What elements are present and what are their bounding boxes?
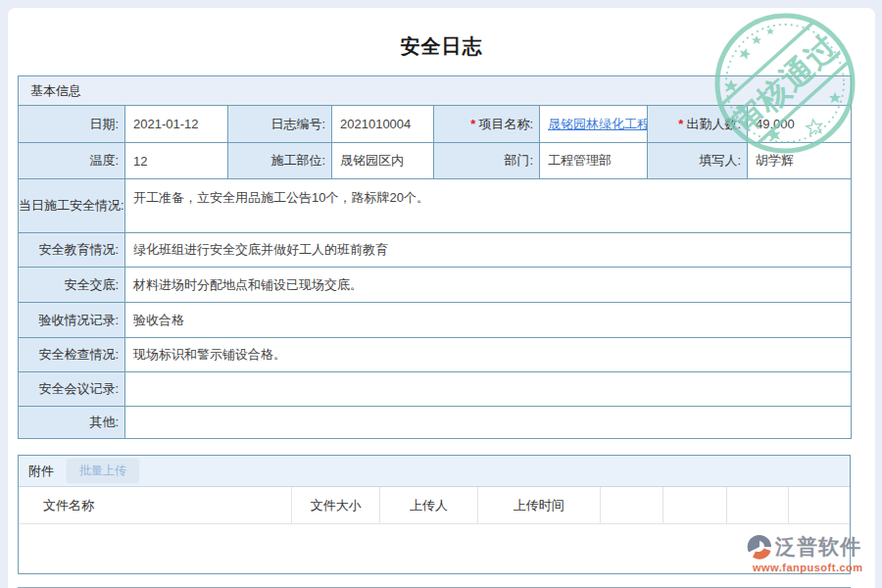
writer-label: 填写人: xyxy=(648,143,748,179)
safety-disclosure-label: 安全交底: xyxy=(19,268,125,303)
temperature-label: 温度: xyxy=(19,143,125,179)
project-name-cell: 晟铭园林绿化工程 xyxy=(540,106,648,143)
attachments-section: 附件 批量上传 文件名称 文件大小 上传人 上传时间 xyxy=(18,455,851,574)
project-name-label: *项目名称: xyxy=(434,106,540,143)
attachments-label: 附件 xyxy=(28,463,54,480)
safety-meeting-value xyxy=(125,372,852,407)
acceptance-record-value: 验收合格 xyxy=(125,303,852,338)
page-title: 安全日志 xyxy=(8,8,875,60)
column-header-empty xyxy=(601,487,664,523)
construction-site-label: 施工部位: xyxy=(228,143,332,179)
department-value: 工程管理部 xyxy=(540,143,648,179)
log-number-value: 2021010004 xyxy=(332,106,434,143)
required-marker: * xyxy=(470,117,475,131)
attachments-toolbar: 附件 批量上传 xyxy=(19,456,850,487)
writer-value: 胡学辉 xyxy=(748,143,852,179)
other-value xyxy=(125,407,852,439)
department-label: 部门: xyxy=(434,143,540,179)
date-value: 2021-01-12 xyxy=(125,106,228,143)
safety-inspection-label: 安全检查情况: xyxy=(19,338,125,372)
log-number-label: 日志编号: xyxy=(228,106,332,143)
brand-watermark: 泛普软件 www.fanpusoft.com xyxy=(747,533,863,573)
basic-info-table: 基本信息 日期: 2021-01-12 日志编号: 2021010004 *项目… xyxy=(18,75,852,439)
brand-logo-icon xyxy=(747,534,772,560)
safety-education-label: 安全教育情况: xyxy=(19,233,125,268)
column-header-upload-time: 上传时间 xyxy=(478,487,601,523)
column-header-file-size: 文件大小 xyxy=(292,487,380,523)
attachments-empty-row xyxy=(19,524,850,573)
column-header-empty xyxy=(727,487,789,523)
required-marker: * xyxy=(678,117,683,131)
column-header-file-name: 文件名称 xyxy=(19,487,292,523)
brand-url: www.fanpusoft.com xyxy=(753,562,863,573)
attendance-value: 49.000 xyxy=(748,106,852,143)
project-name-link[interactable]: 晟铭园林绿化工程 xyxy=(548,117,648,131)
safety-disclosure-value: 材料进场时分配地点和铺设已现场交底。 xyxy=(125,268,852,303)
attachments-table-header: 文件名称 文件大小 上传人 上传时间 xyxy=(19,487,850,524)
safety-education-value: 绿化班组进行安全交底并做好工人的班前教育 xyxy=(125,233,852,268)
brand-name: 泛普软件 xyxy=(775,533,861,561)
safety-log-page: 安全日志 基本信息 日期: 2021-01-12 日志编号: 202101000… xyxy=(0,0,882,588)
temperature-value: 12 xyxy=(125,143,228,179)
date-label: 日期: xyxy=(19,106,125,143)
construction-site-value: 晟铭园区内 xyxy=(332,143,434,179)
content-card: 安全日志 基本信息 日期: 2021-01-12 日志编号: 202101000… xyxy=(8,8,875,588)
basic-info-section-header: 基本信息 xyxy=(19,76,852,106)
other-label: 其他: xyxy=(19,407,125,439)
safety-meeting-label: 安全会议记录: xyxy=(19,372,125,407)
column-header-empty xyxy=(663,487,727,523)
safety-inspection-value: 现场标识和警示铺设合格。 xyxy=(125,338,852,372)
column-header-uploader: 上传人 xyxy=(380,487,478,523)
batch-upload-button[interactable]: 批量上传 xyxy=(66,458,140,484)
attendance-label: *出勤人数: xyxy=(648,106,748,143)
column-header-empty xyxy=(789,487,850,523)
daily-safety-value: 开工准备，立安全用品施工公告10个，路标牌20个。 xyxy=(125,179,852,233)
daily-safety-label: 当日施工安全情况: xyxy=(19,179,125,233)
acceptance-record-label: 验收情况记录: xyxy=(19,303,125,338)
